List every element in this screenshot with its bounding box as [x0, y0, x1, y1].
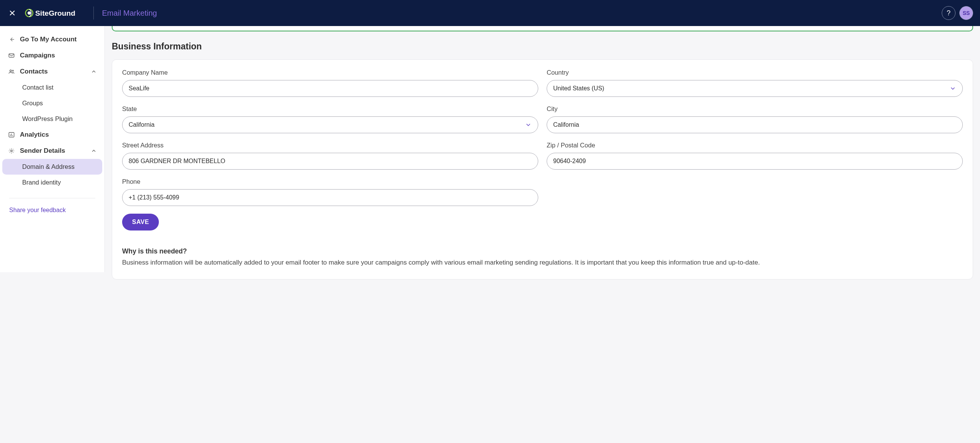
sidebar-sub-contact-list[interactable]: Contact list [2, 80, 102, 95]
siteground-logo: SiteGround [24, 8, 85, 18]
help-icon: ? [947, 9, 951, 17]
go-to-account-label: Go To My Account [20, 36, 77, 43]
svg-point-7 [11, 150, 13, 152]
country-select[interactable]: United States (US) [547, 80, 963, 97]
feedback-link-label: Share your feedback [9, 207, 66, 213]
people-icon [8, 68, 15, 75]
sidebar-sub-label: Brand identity [22, 179, 61, 186]
info-heading: Why is this needed? [122, 247, 963, 255]
state-select[interactable]: California [122, 116, 538, 133]
app-layout: Go To My Account Campaigns Contacts Cont… [0, 26, 980, 287]
header-section-title: Email Marketing [102, 9, 157, 18]
zip-label: Zip / Postal Code [547, 142, 963, 149]
feedback-link[interactable]: Share your feedback [2, 206, 102, 214]
envelope-icon [8, 52, 15, 59]
info-text: Business information will be automatical… [122, 258, 963, 268]
sidebar: Go To My Account Campaigns Contacts Cont… [0, 26, 105, 272]
zip-field: Zip / Postal Code [547, 142, 963, 170]
sidebar-item-analytics[interactable]: Analytics [2, 127, 102, 143]
svg-point-1 [28, 11, 31, 15]
sidebar-sub-label: Contact list [22, 84, 54, 91]
phone-field: Phone [122, 178, 538, 206]
country-field: Country United States (US) [547, 69, 963, 97]
chart-icon [8, 131, 15, 139]
sidebar-sub-wp-plugin[interactable]: WordPress Plugin [2, 111, 102, 127]
page-title: Business Information [112, 41, 973, 52]
state-value: California [129, 121, 155, 128]
chevron-up-icon [91, 148, 97, 154]
state-label: State [122, 105, 538, 113]
sidebar-item-campaigns[interactable]: Campaigns [2, 47, 102, 64]
help-button[interactable]: ? [942, 6, 956, 20]
street-input[interactable] [122, 153, 538, 170]
main-content: Business Information Company Name Countr… [105, 26, 980, 287]
street-label: Street Address [122, 142, 538, 149]
state-field: State California [122, 105, 538, 133]
sidebar-item-sender-details[interactable]: Sender Details [2, 143, 102, 159]
sidebar-sub-label: WordPress Plugin [22, 115, 73, 122]
sidebar-item-label: Sender Details [20, 147, 65, 155]
svg-rect-3 [9, 54, 14, 57]
header-divider [93, 7, 94, 20]
country-value: United States (US) [553, 85, 604, 92]
city-label: City [547, 105, 963, 113]
go-to-account-link[interactable]: Go To My Account [2, 31, 102, 47]
company-label: Company Name [122, 69, 538, 76]
app-header: SiteGround Email Marketing ? SS [0, 0, 980, 26]
info-block: Why is this needed? Business information… [122, 247, 963, 268]
phone-label: Phone [122, 178, 538, 185]
svg-point-5 [12, 70, 13, 71]
chevron-down-icon [949, 85, 956, 92]
city-field: City [547, 105, 963, 133]
sidebar-item-label: Analytics [20, 131, 49, 139]
svg-text:SiteGround: SiteGround [35, 9, 75, 17]
sidebar-item-contacts[interactable]: Contacts [2, 64, 102, 80]
svg-point-4 [10, 70, 12, 72]
sidebar-divider [9, 198, 95, 198]
arrow-left-icon [8, 36, 15, 43]
company-input[interactable] [122, 80, 538, 97]
sidebar-sub-brand-identity[interactable]: Brand identity [2, 175, 102, 190]
close-button[interactable] [7, 8, 18, 18]
city-input[interactable] [547, 116, 963, 133]
business-info-card: Company Name Country United States (US) … [112, 59, 973, 280]
success-banner-bottom [112, 26, 973, 31]
sidebar-sub-groups[interactable]: Groups [2, 95, 102, 111]
sidebar-sub-domain-address[interactable]: Domain & Address [2, 159, 102, 175]
sidebar-item-label: Contacts [20, 68, 48, 75]
zip-input[interactable] [547, 153, 963, 170]
gear-icon [8, 147, 15, 155]
street-field: Street Address [122, 142, 538, 170]
chevron-down-icon [525, 121, 532, 128]
company-field: Company Name [122, 69, 538, 97]
save-button-label: SAVE [132, 219, 149, 225]
avatar[interactable]: SS [959, 6, 973, 20]
sidebar-sub-label: Groups [22, 100, 43, 106]
header-left: SiteGround Email Marketing [7, 7, 157, 20]
phone-input[interactable] [122, 189, 538, 206]
chevron-up-icon [91, 69, 97, 75]
sidebar-item-label: Campaigns [20, 52, 55, 59]
country-label: Country [547, 69, 963, 76]
avatar-initials: SS [963, 10, 970, 16]
form-grid: Company Name Country United States (US) … [122, 69, 963, 206]
header-right: ? SS [942, 6, 973, 20]
save-button[interactable]: SAVE [122, 214, 159, 230]
sidebar-sub-label: Domain & Address [22, 163, 75, 170]
close-icon [8, 9, 16, 17]
